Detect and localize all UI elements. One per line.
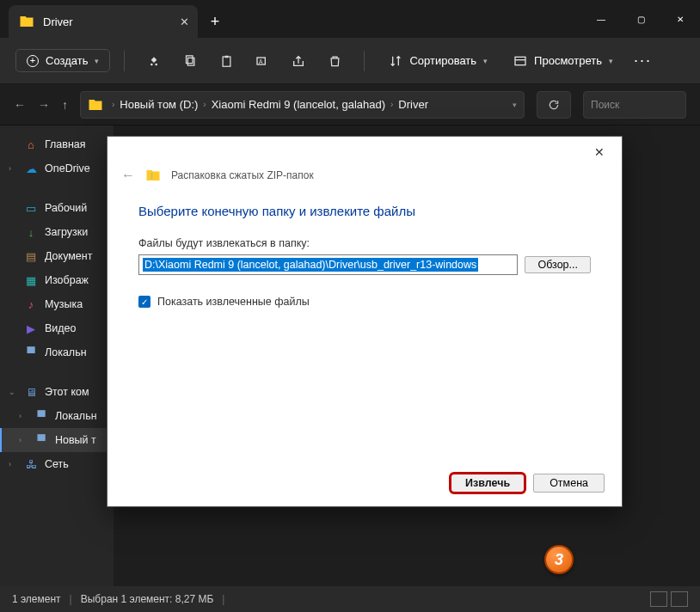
home-icon: ⌂ [24, 138, 38, 151]
sidebar-item-video[interactable]: ▶Видео [0, 316, 114, 340]
plus-icon: + [27, 55, 39, 67]
document-icon: ▤ [24, 249, 38, 263]
sidebar-item-images[interactable]: ▦Изображ [0, 268, 114, 292]
view-list-button[interactable] [650, 591, 667, 607]
pc-icon: 🖥 [24, 385, 38, 399]
nav-up[interactable]: ↑ [62, 98, 68, 112]
crumb-root[interactable]: Новый том (D:) [120, 98, 198, 111]
sidebar: ⌂Главная ›☁OneDrive ▭Рабочий ↓Загрузки ▤… [0, 125, 114, 586]
download-icon: ↓ [24, 225, 38, 239]
sidebar-item-thispc[interactable]: ⌄🖥Этот ком [0, 380, 114, 404]
folder-icon [19, 14, 34, 29]
sidebar-label: Музыка [45, 298, 83, 310]
view-button[interactable]: Просмотреть ▾ [503, 54, 623, 68]
chevron-right-icon: › [390, 100, 393, 109]
more-button[interactable]: ··· [634, 52, 652, 70]
dialog-path-label: Файлы будут извлекаться в папку: [138, 237, 591, 249]
music-icon: ♪ [24, 297, 38, 311]
sort-button[interactable]: Сортировать ▾ [378, 54, 498, 68]
crumb-folder1[interactable]: Xiaomi Redmi 9 (lancelot, galahad) [212, 98, 385, 111]
sidebar-label: Этот ком [45, 386, 89, 398]
zip-icon [145, 168, 161, 183]
sidebar-item-onedrive[interactable]: ›☁OneDrive [0, 156, 114, 181]
sidebar-label: Рабочий [45, 202, 87, 214]
nav-back[interactable]: ← [14, 98, 26, 112]
nav-forward[interactable]: → [38, 98, 50, 112]
disk-icon: ▀ [34, 433, 48, 447]
sidebar-item-desktop[interactable]: ▭Рабочий [0, 196, 114, 220]
search-input[interactable]: Поиск [583, 91, 686, 119]
sidebar-label: OneDrive [45, 162, 90, 174]
paste-button[interactable] [211, 54, 242, 68]
sidebar-label: Сеть [45, 458, 69, 470]
chevron-down-icon[interactable]: ▾ [513, 101, 517, 109]
svg-rect-2 [223, 57, 230, 66]
dialog-header: Распаковка сжатых ZIP-папок [171, 169, 314, 181]
svg-rect-1 [186, 56, 193, 64]
checkbox-label: Показать извлеченные файлы [157, 296, 310, 308]
title-bar: Driver ✕ + — ▢ ✕ [0, 0, 700, 38]
cloud-icon: ☁ [24, 162, 38, 175]
tab-close-button[interactable]: ✕ [180, 15, 189, 28]
breadcrumb[interactable]: › Новый том (D:) › Xiaomi Redmi 9 (lance… [80, 91, 525, 119]
sidebar-item-localn[interactable]: ›▀Локальн [0, 404, 114, 428]
separator [124, 51, 125, 71]
delete-button[interactable] [319, 54, 350, 68]
view-grid-button[interactable] [671, 591, 688, 607]
video-icon: ▶ [24, 321, 38, 335]
path-input[interactable]: D:\Xiaomi Redmi 9 (lancelot, galahad)\Dr… [138, 254, 518, 275]
cancel-button[interactable]: Отмена [533, 474, 605, 493]
status-bar: 1 элемент | Выбран 1 элемент: 8,27 МБ | [0, 586, 700, 612]
separator: | [222, 593, 224, 605]
sidebar-item-documents[interactable]: ▤Документ [0, 244, 114, 268]
tab-title: Driver [43, 15, 73, 28]
annotation-marker-3: 3 [544, 545, 574, 574]
network-icon: 🖧 [24, 457, 38, 471]
chevron-down-icon: ▾ [95, 57, 99, 65]
status-selected: Выбран 1 элемент: 8,27 МБ [81, 593, 214, 605]
status-count: 1 элемент [12, 593, 61, 605]
create-label: Создать [46, 54, 88, 67]
sidebar-item-network[interactable]: ›🖧Сеть [0, 452, 114, 476]
rename-button[interactable]: A [247, 54, 278, 68]
sidebar-label: Локальн [45, 346, 87, 358]
share-button[interactable] [283, 54, 314, 68]
sidebar-label: Новый т [55, 434, 96, 446]
refresh-button[interactable] [537, 91, 571, 119]
show-files-checkbox[interactable]: ✓ [138, 296, 150, 308]
sidebar-item-music[interactable]: ♪Музыка [0, 292, 114, 316]
maximize-button[interactable]: ▢ [621, 0, 660, 38]
minimize-button[interactable]: — [581, 0, 621, 38]
svg-rect-3 [225, 55, 229, 58]
chevron-right-icon: › [203, 100, 206, 109]
crumb-folder2[interactable]: Driver [398, 98, 428, 111]
dialog-title: Выберите конечную папку и извлеките файл… [138, 204, 591, 218]
sidebar-item-home[interactable]: ⌂Главная [0, 132, 114, 156]
sidebar-label: Документ [45, 250, 92, 262]
disk-icon: ▀ [34, 409, 48, 423]
sidebar-item-local[interactable]: ▀Локальн [0, 340, 114, 364]
close-window-button[interactable]: ✕ [660, 0, 700, 38]
chevron-right-icon: › [112, 100, 114, 109]
tab-driver[interactable]: Driver ✕ [9, 5, 198, 38]
sidebar-label: Загрузки [45, 226, 88, 238]
desktop-icon: ▭ [24, 201, 38, 215]
copy-button[interactable] [175, 54, 206, 67]
svg-rect-8 [151, 173, 153, 180]
marker-number: 3 [555, 551, 563, 569]
extract-dialog: ✕ ← Распаковка сжатых ZIP-папок Выберите… [107, 136, 623, 507]
create-button[interactable]: + Создать ▾ [15, 49, 110, 72]
image-icon: ▦ [24, 273, 38, 287]
browse-button[interactable]: Обзор... [525, 256, 591, 273]
separator [364, 51, 365, 71]
svg-text:A: A [259, 58, 263, 64]
sidebar-label: Локальн [55, 410, 97, 422]
extract-button[interactable]: Извлечь [449, 472, 526, 494]
sidebar-item-downloads[interactable]: ↓Загрузки [0, 220, 114, 244]
new-tab-button[interactable]: + [198, 5, 232, 38]
sidebar-label: Изображ [45, 274, 89, 286]
cut-button[interactable] [138, 54, 169, 68]
dialog-close-button[interactable]: ✕ [584, 145, 615, 159]
dialog-back-button[interactable]: ← [121, 168, 135, 183]
sidebar-item-newvol[interactable]: ›▀Новый т [0, 428, 114, 452]
